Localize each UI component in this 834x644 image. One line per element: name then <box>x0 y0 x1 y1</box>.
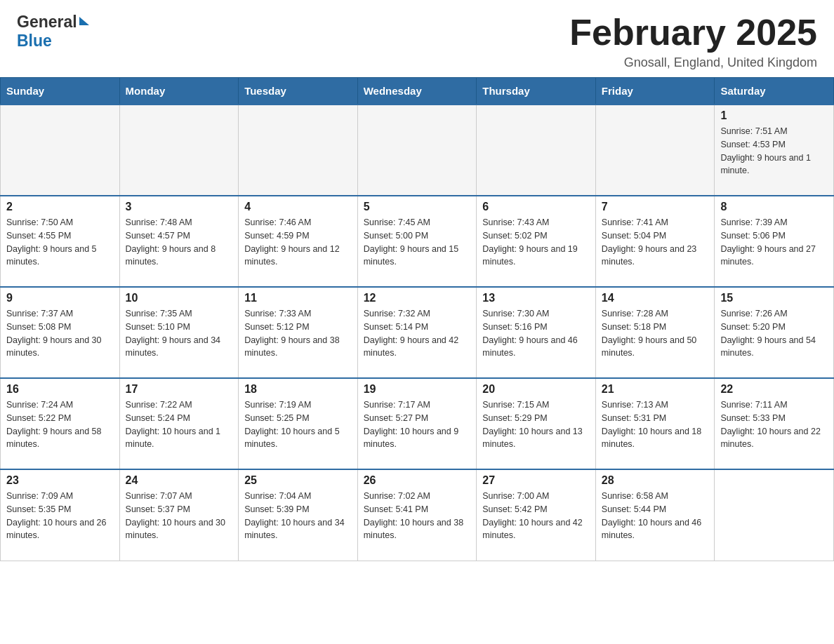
day-info: Sunrise: 7:43 AMSunset: 5:02 PMDaylight:… <box>482 216 590 269</box>
calendar-cell: 23Sunrise: 7:09 AMSunset: 5:35 PMDayligh… <box>1 469 120 561</box>
calendar-week-1: 1Sunrise: 7:51 AMSunset: 4:53 PMDaylight… <box>1 105 834 196</box>
day-number: 12 <box>364 292 471 304</box>
calendar-cell: 1Sunrise: 7:51 AMSunset: 4:53 PMDaylight… <box>715 105 834 196</box>
day-info: Sunrise: 6:58 AMSunset: 5:44 PMDaylight:… <box>602 490 709 542</box>
day-number: 9 <box>6 292 114 304</box>
day-info: Sunrise: 7:19 AMSunset: 5:25 PMDaylight:… <box>244 398 352 451</box>
day-number: 23 <box>6 474 114 487</box>
calendar-cell: 18Sunrise: 7:19 AMSunset: 5:25 PMDayligh… <box>239 378 358 469</box>
day-number: 6 <box>482 201 590 213</box>
day-number: 5 <box>364 201 471 213</box>
day-info: Sunrise: 7:22 AMSunset: 5:24 PMDaylight:… <box>126 398 233 451</box>
header-day-tuesday: Tuesday <box>239 78 358 105</box>
day-info: Sunrise: 7:24 AMSunset: 5:22 PMDaylight:… <box>6 398 114 451</box>
calendar-cell: 7Sunrise: 7:41 AMSunset: 5:04 PMDaylight… <box>595 196 715 287</box>
calendar-cell: 24Sunrise: 7:07 AMSunset: 5:37 PMDayligh… <box>119 469 239 561</box>
calendar-body: 1Sunrise: 7:51 AMSunset: 4:53 PMDaylight… <box>1 105 834 561</box>
calendar-cell: 26Sunrise: 7:02 AMSunset: 5:41 PMDayligh… <box>357 469 477 561</box>
day-number: 22 <box>720 383 828 396</box>
location-text: Gnosall, England, United Kingdom <box>569 55 817 70</box>
day-number: 21 <box>602 383 709 396</box>
page-header: General Blue February 2025 Gnosall, Engl… <box>0 0 834 77</box>
day-info: Sunrise: 7:35 AMSunset: 5:10 PMDaylight:… <box>126 307 233 360</box>
calendar-table: SundayMondayTuesdayWednesdayThursdayFrid… <box>0 77 834 561</box>
calendar-cell: 4Sunrise: 7:46 AMSunset: 4:59 PMDaylight… <box>239 196 358 287</box>
calendar-cell: 22Sunrise: 7:11 AMSunset: 5:33 PMDayligh… <box>715 378 834 469</box>
calendar-cell <box>119 105 239 196</box>
day-info: Sunrise: 7:28 AMSunset: 5:18 PMDaylight:… <box>602 307 709 360</box>
day-info: Sunrise: 7:33 AMSunset: 5:12 PMDaylight:… <box>244 307 352 360</box>
logo-blue-text: Blue <box>17 32 52 51</box>
header-row: SundayMondayTuesdayWednesdayThursdayFrid… <box>1 78 834 105</box>
day-number: 2 <box>6 201 114 213</box>
day-number: 13 <box>482 292 590 304</box>
day-info: Sunrise: 7:48 AMSunset: 4:57 PMDaylight:… <box>126 216 233 269</box>
day-number: 16 <box>6 383 114 396</box>
day-number: 4 <box>244 201 352 213</box>
day-info: Sunrise: 7:04 AMSunset: 5:39 PMDaylight:… <box>244 490 352 542</box>
logo: General Blue <box>17 13 89 51</box>
header-day-monday: Monday <box>119 78 239 105</box>
calendar-cell: 10Sunrise: 7:35 AMSunset: 5:10 PMDayligh… <box>119 287 239 378</box>
calendar-week-3: 9Sunrise: 7:37 AMSunset: 5:08 PMDaylight… <box>1 287 834 378</box>
calendar-cell: 15Sunrise: 7:26 AMSunset: 5:20 PMDayligh… <box>715 287 834 378</box>
day-info: Sunrise: 7:11 AMSunset: 5:33 PMDaylight:… <box>720 398 828 451</box>
day-number: 1 <box>720 109 828 122</box>
day-number: 14 <box>602 292 709 304</box>
calendar-cell <box>477 105 596 196</box>
logo-arrow-icon <box>79 17 89 25</box>
day-info: Sunrise: 7:26 AMSunset: 5:20 PMDaylight:… <box>720 307 828 360</box>
header-day-thursday: Thursday <box>477 78 596 105</box>
calendar-cell <box>239 105 358 196</box>
day-info: Sunrise: 7:15 AMSunset: 5:29 PMDaylight:… <box>482 398 590 451</box>
day-number: 11 <box>244 292 352 304</box>
day-number: 17 <box>126 383 233 396</box>
day-info: Sunrise: 7:32 AMSunset: 5:14 PMDaylight:… <box>364 307 471 360</box>
day-info: Sunrise: 7:17 AMSunset: 5:27 PMDaylight:… <box>364 398 471 451</box>
day-info: Sunrise: 7:37 AMSunset: 5:08 PMDaylight:… <box>6 307 114 360</box>
day-number: 24 <box>126 474 233 487</box>
calendar-cell <box>595 105 715 196</box>
day-info: Sunrise: 7:50 AMSunset: 4:55 PMDaylight:… <box>6 216 114 269</box>
calendar-week-2: 2Sunrise: 7:50 AMSunset: 4:55 PMDaylight… <box>1 196 834 287</box>
calendar-cell: 13Sunrise: 7:30 AMSunset: 5:16 PMDayligh… <box>477 287 596 378</box>
day-info: Sunrise: 7:51 AMSunset: 4:53 PMDaylight:… <box>720 125 828 177</box>
calendar-week-5: 23Sunrise: 7:09 AMSunset: 5:35 PMDayligh… <box>1 469 834 561</box>
title-area: February 2025 Gnosall, England, United K… <box>569 13 817 70</box>
day-number: 20 <box>482 383 590 396</box>
day-info: Sunrise: 7:39 AMSunset: 5:06 PMDaylight:… <box>720 216 828 269</box>
day-info: Sunrise: 7:07 AMSunset: 5:37 PMDaylight:… <box>126 490 233 542</box>
day-info: Sunrise: 7:13 AMSunset: 5:31 PMDaylight:… <box>602 398 709 451</box>
calendar-cell: 28Sunrise: 6:58 AMSunset: 5:44 PMDayligh… <box>595 469 715 561</box>
day-number: 27 <box>482 474 590 487</box>
day-info: Sunrise: 7:00 AMSunset: 5:42 PMDaylight:… <box>482 490 590 542</box>
day-info: Sunrise: 7:09 AMSunset: 5:35 PMDaylight:… <box>6 490 114 542</box>
calendar-cell: 6Sunrise: 7:43 AMSunset: 5:02 PMDaylight… <box>477 196 596 287</box>
calendar-cell: 9Sunrise: 7:37 AMSunset: 5:08 PMDaylight… <box>1 287 120 378</box>
header-day-friday: Friday <box>595 78 715 105</box>
calendar-cell <box>1 105 120 196</box>
day-number: 18 <box>244 383 352 396</box>
calendar-cell: 14Sunrise: 7:28 AMSunset: 5:18 PMDayligh… <box>595 287 715 378</box>
day-number: 8 <box>720 201 828 213</box>
calendar-cell: 11Sunrise: 7:33 AMSunset: 5:12 PMDayligh… <box>239 287 358 378</box>
day-number: 15 <box>720 292 828 304</box>
day-number: 7 <box>602 201 709 213</box>
calendar-cell: 8Sunrise: 7:39 AMSunset: 5:06 PMDaylight… <box>715 196 834 287</box>
day-number: 26 <box>364 474 471 487</box>
month-title: February 2025 <box>569 13 817 53</box>
calendar-cell: 3Sunrise: 7:48 AMSunset: 4:57 PMDaylight… <box>119 196 239 287</box>
day-info: Sunrise: 7:45 AMSunset: 5:00 PMDaylight:… <box>364 216 471 269</box>
day-number: 28 <box>602 474 709 487</box>
calendar-cell <box>715 469 834 561</box>
calendar-cell: 25Sunrise: 7:04 AMSunset: 5:39 PMDayligh… <box>239 469 358 561</box>
header-day-wednesday: Wednesday <box>357 78 477 105</box>
calendar-cell: 5Sunrise: 7:45 AMSunset: 5:00 PMDaylight… <box>357 196 477 287</box>
day-info: Sunrise: 7:41 AMSunset: 5:04 PMDaylight:… <box>602 216 709 269</box>
day-number: 25 <box>244 474 352 487</box>
day-number: 19 <box>364 383 471 396</box>
calendar-cell: 20Sunrise: 7:15 AMSunset: 5:29 PMDayligh… <box>477 378 596 469</box>
day-info: Sunrise: 7:02 AMSunset: 5:41 PMDaylight:… <box>364 490 471 542</box>
calendar-cell: 12Sunrise: 7:32 AMSunset: 5:14 PMDayligh… <box>357 287 477 378</box>
calendar-cell: 19Sunrise: 7:17 AMSunset: 5:27 PMDayligh… <box>357 378 477 469</box>
